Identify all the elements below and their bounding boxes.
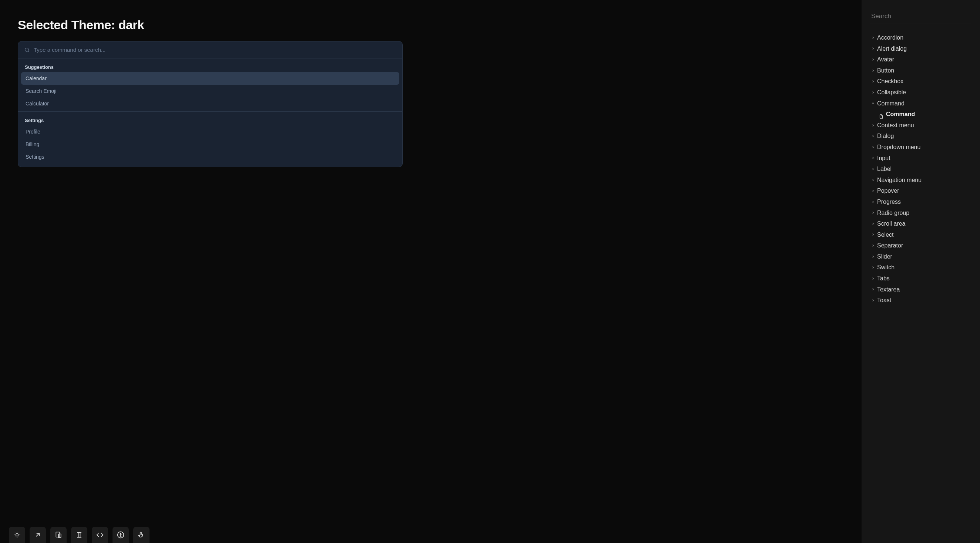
svg-point-15 [120, 533, 121, 534]
tree-item[interactable]: Slider [870, 251, 971, 262]
tree-item[interactable]: Textarea [870, 284, 971, 295]
chevron-right-icon[interactable] [870, 265, 876, 270]
svg-line-11 [36, 533, 39, 536]
tree-item-label: Switch [877, 262, 894, 273]
svg-line-1 [28, 51, 29, 52]
theme-toggle-button[interactable] [9, 527, 25, 543]
svg-line-9 [15, 537, 15, 537]
chevron-right-icon[interactable] [870, 254, 876, 259]
chevron-right-icon[interactable] [870, 188, 876, 194]
fullscreen-button[interactable] [30, 527, 46, 543]
chevron-right-icon[interactable] [870, 178, 876, 183]
chevron-down-icon[interactable] [870, 101, 876, 106]
tree-item-label: Command [877, 98, 905, 109]
chevron-right-icon[interactable] [870, 68, 876, 73]
tree-item-label: Textarea [877, 284, 900, 295]
tree-item[interactable]: Checkbox [870, 76, 971, 87]
command-group-heading: Settings [21, 115, 399, 125]
command-search-input[interactable] [34, 47, 396, 53]
command-item[interactable]: Calendar [21, 72, 399, 85]
tree-item[interactable]: Scroll area [870, 218, 971, 229]
chevron-right-icon[interactable] [870, 232, 876, 237]
chevron-right-icon[interactable] [870, 123, 876, 128]
tree-item[interactable]: Separator [870, 240, 971, 251]
chevron-right-icon[interactable] [870, 199, 876, 205]
code-button[interactable] [92, 527, 108, 543]
command-group-heading: Suggestions [21, 61, 399, 72]
tree-item[interactable]: Command [870, 98, 971, 109]
tree-item[interactable]: Collapsible [870, 87, 971, 98]
component-sidebar: AccordionAlert dialogAvatarButtonCheckbo… [862, 0, 980, 543]
tree-item[interactable]: Select [870, 229, 971, 240]
svg-point-2 [16, 534, 19, 536]
chevron-right-icon[interactable] [870, 57, 876, 62]
chevron-right-icon[interactable] [870, 167, 876, 171]
chevron-right-icon[interactable] [870, 276, 876, 281]
svg-rect-12 [56, 532, 60, 537]
chevron-right-icon[interactable] [870, 243, 876, 248]
page-title: Selected Theme: dark [18, 18, 844, 32]
chevron-right-icon[interactable] [870, 221, 876, 226]
command-item[interactable]: Profile [21, 125, 399, 138]
chevron-right-icon[interactable] [870, 133, 876, 139]
tree-item-label: Alert dialog [877, 43, 907, 54]
tree-item-label: Dropdown menu [877, 142, 920, 153]
chevron-right-icon[interactable] [870, 287, 876, 292]
tree-item-label: Separator [877, 240, 903, 251]
tree-item[interactable]: Toast [870, 295, 971, 306]
command-item[interactable]: Calculator [21, 97, 399, 110]
search-icon [24, 47, 30, 53]
tree-item-label: Navigation menu [877, 175, 921, 186]
tree-item-label: Tabs [877, 273, 890, 284]
tree-item[interactable]: Label [870, 164, 971, 175]
chevron-right-icon[interactable] [870, 144, 876, 150]
tree-item[interactable]: Progress [870, 197, 971, 208]
chevron-right-icon[interactable] [870, 156, 876, 160]
tree-item[interactable]: Navigation menu [870, 175, 971, 186]
tree-item[interactable]: Alert dialog [870, 43, 971, 54]
chevron-right-icon[interactable] [870, 46, 876, 51]
svg-line-6 [19, 537, 19, 537]
tree-item-label: Dialog [877, 130, 894, 142]
tree-item-label: Context menu [877, 120, 914, 131]
component-tree: AccordionAlert dialogAvatarButtonCheckbo… [870, 32, 971, 306]
tree-item[interactable]: Tabs [870, 273, 971, 284]
tree-item[interactable]: Dialog [870, 130, 971, 142]
tree-item-label: Scroll area [877, 218, 905, 229]
tree-item[interactable]: Context menu [870, 120, 971, 131]
document-icon [878, 112, 884, 117]
tree-item-label: Label [877, 164, 891, 175]
tree-item[interactable]: Radio group [870, 208, 971, 219]
tree-item-label: Accordion [877, 32, 904, 43]
tree-item[interactable]: Input [870, 153, 971, 164]
chevron-right-icon[interactable] [870, 90, 876, 95]
sidebar-search-input[interactable] [870, 10, 971, 24]
pointer-button[interactable] [133, 527, 150, 543]
command-item[interactable]: Billing [21, 138, 399, 151]
svg-line-5 [15, 533, 15, 533]
tree-item[interactable]: Avatar [870, 54, 971, 65]
accessibility-button[interactable] [113, 527, 129, 543]
chevron-right-icon[interactable] [870, 210, 876, 215]
tree-item[interactable]: Button [870, 65, 971, 76]
responsive-button[interactable] [50, 527, 67, 543]
command-palette: SuggestionsCalendarSearch EmojiCalculato… [18, 41, 402, 167]
tree-item-label: Progress [877, 197, 901, 208]
tree-item[interactable]: Accordion [870, 32, 971, 43]
main-canvas: Selected Theme: dark SuggestionsCalendar… [0, 0, 862, 543]
chevron-right-icon[interactable] [870, 298, 876, 303]
svg-point-0 [25, 48, 29, 51]
typography-button[interactable] [71, 527, 88, 543]
command-search-row [18, 41, 402, 59]
command-item[interactable]: Settings [21, 151, 399, 163]
bottom-toolbar [9, 527, 150, 543]
tree-item-label: Avatar [877, 54, 894, 65]
tree-item[interactable]: Dropdown menu [870, 142, 971, 153]
tree-child-item[interactable]: Command [870, 109, 971, 120]
tree-item[interactable]: Popover [870, 185, 971, 197]
chevron-right-icon[interactable] [870, 35, 876, 40]
command-item[interactable]: Search Emoji [21, 85, 399, 97]
command-group: SuggestionsCalendarSearch EmojiCalculato… [18, 59, 402, 111]
chevron-right-icon[interactable] [870, 79, 876, 84]
tree-item[interactable]: Switch [870, 262, 971, 273]
